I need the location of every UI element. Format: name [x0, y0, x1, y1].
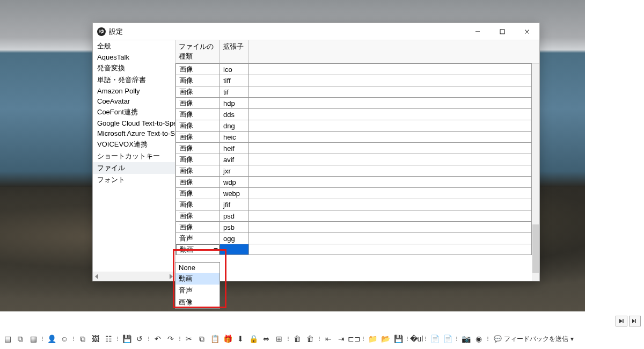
table-row[interactable]: 画像hdp [176, 98, 532, 109]
cell-filetype[interactable]: 画像 [176, 222, 220, 233]
dropdown-option[interactable]: 動画 [175, 273, 219, 285]
face-icon[interactable]: ☺ [59, 333, 70, 344]
sidebar-item[interactable]: CoeAvatar [93, 96, 175, 106]
save-icon[interactable]: 💾 [121, 333, 132, 344]
copy-icon[interactable]: ⧉ [77, 333, 88, 344]
cell-extension[interactable]: dng [220, 120, 249, 132]
dropdown-option[interactable]: None [175, 263, 219, 273]
step-button[interactable] [629, 316, 641, 326]
cell-filetype[interactable]: 画像 [176, 177, 220, 188]
table-row[interactable]: 画像dds [176, 109, 532, 120]
save2-icon[interactable]: 💾 [393, 333, 404, 344]
cell-filetype[interactable]: 画像 [176, 109, 220, 120]
cell-extension[interactable]: dds [220, 109, 249, 120]
table-row[interactable]: 音声ogg [176, 233, 532, 244]
image-icon[interactable]: 🖼 [90, 333, 101, 344]
maximize-button[interactable] [490, 23, 515, 40]
sidebar-item[interactable]: Microsoft Azure Text-to-Sp [93, 128, 175, 139]
cut-icon[interactable]: ✂ [184, 333, 194, 344]
column-header-ext[interactable]: 拡張子 [219, 40, 248, 63]
tune-icon[interactable]: ☷ [103, 333, 114, 344]
cell-filetype[interactable]: 画像 [176, 188, 220, 199]
cell-extension[interactable]: webp [220, 188, 249, 199]
table-row[interactable]: 画像dng [176, 120, 532, 132]
cell-extension[interactable]: psd [220, 210, 249, 222]
download-icon[interactable]: ⬇ [235, 333, 246, 344]
cell-extension[interactable]: heic [220, 132, 249, 143]
cell-extension-editing[interactable] [220, 244, 249, 255]
cell-filetype[interactable]: 画像 [176, 132, 220, 143]
cell-filetype[interactable]: 画像 [176, 86, 220, 98]
record-icon[interactable]: ◉ [473, 333, 484, 344]
sidebar-item[interactable]: AquesTalk [93, 52, 175, 62]
camera-icon[interactable]: 📷 [460, 333, 471, 344]
close-button[interactable] [515, 23, 539, 40]
table-row[interactable]: 画像jxr [176, 165, 532, 177]
resize-h-icon[interactable]: ⇔ [261, 333, 272, 344]
doc1-icon[interactable]: 📄 [429, 333, 440, 344]
cell-extension[interactable]: heif [220, 143, 249, 154]
folder-icon[interactable]: 📁 [367, 333, 378, 344]
cell-extension[interactable]: hdp [220, 98, 249, 109]
table-row[interactable]: 画像avif [176, 154, 532, 165]
cell-extension[interactable]: tif [220, 86, 249, 98]
cell-filetype[interactable]: 画像 [176, 143, 220, 154]
cell-filetype[interactable]: 画像 [176, 165, 220, 177]
play-button[interactable] [616, 316, 627, 326]
table-icon[interactable]: ⊞ [274, 333, 284, 344]
redo-icon[interactable]: ↷ [165, 333, 176, 344]
sidebar-item[interactable]: Amazon Polly [93, 86, 175, 96]
sidebar-horizontal-scrollbar[interactable] [93, 272, 175, 281]
dropdown-option[interactable]: 音声 [175, 285, 219, 296]
goto-start-icon[interactable]: ⇤ [323, 333, 334, 344]
cell-extension[interactable]: jxr [220, 165, 249, 177]
table-row[interactable]: 画像psb [176, 222, 532, 233]
minimize-button[interactable] [465, 23, 490, 40]
sidebar-item[interactable]: VOICEVOX連携 [93, 139, 175, 150]
table-row[interactable]: 画像wdp [176, 177, 532, 188]
person-icon[interactable]: 👤 [46, 333, 57, 344]
goto-end-icon[interactable]: ⇥ [336, 333, 347, 344]
person-add-icon[interactable]: ⧉ [15, 333, 26, 344]
table-row-editing[interactable]: 動画 [176, 244, 532, 255]
cell-extension[interactable]: avif [220, 154, 249, 165]
bounds-icon[interactable]: ⊏⊐ [349, 333, 360, 344]
cell-extension[interactable]: psb [220, 222, 249, 233]
sidebar-item[interactable]: 全般 [93, 40, 175, 52]
table-row[interactable]: 画像tiff [176, 75, 532, 86]
cell-filetype[interactable]: 画像 [176, 210, 220, 222]
sidebar-item[interactable]: フォント [93, 174, 175, 186]
table-row[interactable]: 画像heif [176, 143, 532, 154]
sidebar-item[interactable]: CoeFont連携 [93, 106, 175, 118]
table-row[interactable]: 画像psd [176, 210, 532, 222]
cell-filetype[interactable]: 画像 [176, 75, 220, 86]
table-row[interactable]: 画像ico [176, 64, 532, 75]
filetype-dropdown[interactable]: 動画 [176, 244, 219, 255]
cell-extension[interactable]: wdp [220, 177, 249, 188]
undo-icon[interactable]: ↶ [152, 333, 163, 344]
dropdown-option[interactable]: 画像 [175, 296, 219, 308]
titlebar[interactable]: ゆ 設定 [93, 23, 539, 40]
cell-extension[interactable]: ico [220, 64, 249, 75]
cell-filetype[interactable]: 画像 [176, 120, 220, 132]
sidebar-item[interactable]: Google Cloud Text-to-Spee [93, 118, 175, 128]
vertical-scrollbar[interactable] [532, 63, 539, 281]
align-left-icon[interactable]: ▤ [2, 333, 13, 344]
cell-extension[interactable]: jfif [220, 199, 249, 210]
lock-icon[interactable]: 🔒 [248, 333, 259, 344]
scrollbar-thumb[interactable] [532, 224, 539, 273]
table-row[interactable]: 画像heic [176, 132, 532, 143]
paste-icon[interactable]: 📋 [209, 333, 220, 344]
filetype-dropdown-list[interactable]: None動画音声画像 [175, 262, 220, 309]
cell-extension[interactable]: tiff [220, 75, 249, 86]
cell-filetype[interactable]: 画像 [176, 199, 220, 210]
settings-slider-icon[interactable]: �ul [411, 333, 422, 344]
sidebar-item[interactable]: 単語・発音辞書 [93, 74, 175, 86]
grid-icon[interactable]: ▦ [28, 333, 39, 344]
table-row[interactable]: 画像jfif [176, 199, 532, 210]
cell-extension[interactable]: ogg [220, 233, 249, 244]
cell-filetype[interactable]: 画像 [176, 64, 220, 75]
copy2-icon[interactable]: ⧉ [196, 333, 207, 344]
cell-filetype[interactable]: 画像 [176, 154, 220, 165]
table-row[interactable]: 画像webp [176, 188, 532, 199]
